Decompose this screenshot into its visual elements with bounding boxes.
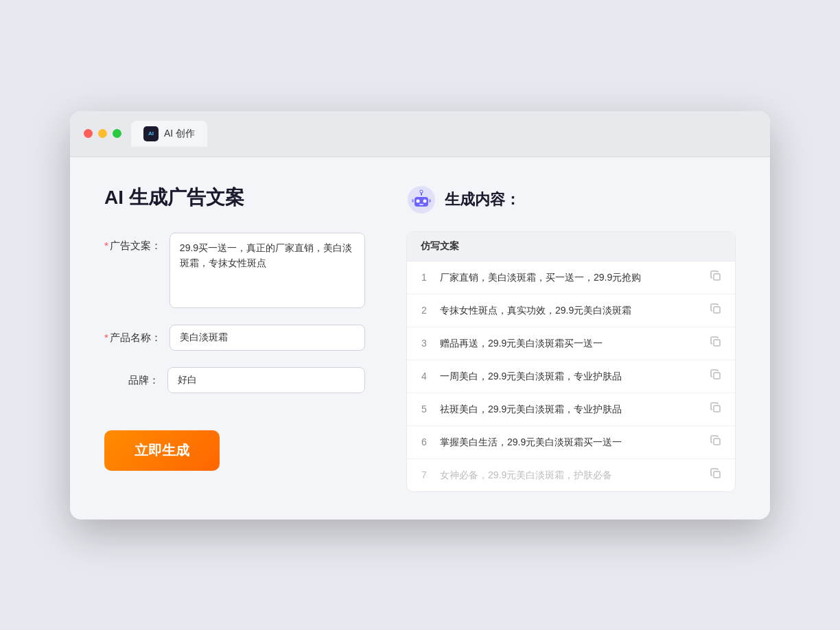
row-text: 一周美白，29.9元美白淡斑霜，专业护肤品 [440, 369, 701, 384]
copy-icon[interactable] [710, 435, 724, 449]
row-text: 掌握美白生活，29.9元美白淡斑霜买一送一 [440, 435, 701, 450]
svg-rect-7 [412, 199, 414, 202]
row-text: 赠品再送，29.9元美白淡斑霜买一送一 [440, 336, 701, 351]
svg-rect-4 [419, 204, 423, 205]
svg-point-2 [417, 199, 420, 202]
result-table: 仿写文案 1厂家直销，美白淡斑霜，买一送一，29.9元抢购 2专抹女性斑点，真实… [406, 231, 736, 492]
copy-icon[interactable] [710, 402, 724, 416]
table-row: 6掌握美白生活，29.9元美白淡斑霜买一送一 [407, 426, 735, 459]
left-panel: AI 生成广告文案 *广告文案： *产品名称： 品牌： 立 [104, 185, 365, 492]
generate-button[interactable]: 立即生成 [104, 430, 220, 471]
right-panel: 生成内容： 仿写文案 1厂家直销，美白淡斑霜，买一送一，29.9元抢购 2专抹女… [406, 185, 736, 492]
brand-input[interactable] [167, 367, 365, 393]
copy-icon[interactable] [710, 336, 724, 350]
traffic-lights [84, 129, 121, 138]
ad-copy-label: *广告文案： [104, 233, 161, 253]
row-number: 1 [418, 272, 430, 283]
table-row: 3赠品再送，29.9元美白淡斑霜买一送一 [407, 327, 735, 360]
row-number: 6 [418, 436, 430, 447]
ad-copy-group: *广告文案： [104, 233, 365, 308]
svg-rect-12 [714, 340, 720, 346]
ai-tab-label: AI 创作 [164, 128, 195, 140]
ai-tab-icon [143, 126, 159, 141]
product-name-group: *产品名称： [104, 325, 365, 351]
ad-required-star: * [104, 240, 108, 251]
row-text: 祛斑美白，29.9元美白淡斑霜，专业护肤品 [440, 402, 701, 417]
row-number: 7 [418, 469, 430, 480]
row-number: 5 [418, 404, 430, 415]
svg-point-3 [423, 199, 427, 202]
table-row: 2专抹女性斑点，真实功效，29.9元美白淡斑霜 [407, 294, 735, 327]
table-row: 4一周美白，29.9元美白淡斑霜，专业护肤品 [407, 360, 735, 393]
table-row: 1厂家直销，美白淡斑霜，买一送一，29.9元抢购 [407, 261, 735, 294]
row-number: 2 [418, 305, 430, 316]
product-name-label: *产品名称： [104, 325, 161, 345]
svg-rect-15 [714, 439, 720, 445]
product-required-star: * [104, 331, 108, 343]
row-text: 厂家直销，美白淡斑霜，买一送一，29.9元抢购 [440, 270, 701, 285]
table-row: 7女神必备，29.9元美白淡斑霜，护肤必备 [407, 459, 735, 491]
product-name-input[interactable] [170, 325, 365, 351]
page-title: AI 生成广告文案 [104, 185, 365, 211]
ad-copy-input[interactable] [170, 233, 365, 308]
brand-label: 品牌： [104, 367, 159, 387]
svg-rect-13 [714, 373, 720, 379]
copy-icon[interactable] [710, 468, 724, 482]
content-area: AI 生成广告文案 *广告文案： *产品名称： 品牌： 立 [70, 157, 770, 520]
row-number: 4 [418, 371, 430, 382]
row-number: 3 [418, 338, 430, 349]
svg-rect-11 [714, 307, 720, 313]
minimize-button[interactable] [98, 129, 107, 138]
brand-group: 品牌： [104, 367, 365, 393]
copy-icon[interactable] [710, 303, 724, 317]
robot-icon [406, 185, 436, 215]
result-header: 生成内容： [406, 185, 736, 215]
svg-rect-8 [429, 199, 431, 202]
ai-tab[interactable]: AI 创作 [131, 121, 207, 147]
browser-window: AI 创作 AI 生成广告文案 *广告文案： *产品名称： [70, 111, 770, 520]
row-text: 专抹女性斑点，真实功效，29.9元美白淡斑霜 [440, 303, 701, 318]
row-text: 女神必备，29.9元美白淡斑霜，护肤必备 [440, 468, 701, 482]
svg-point-9 [421, 190, 423, 192]
maximize-button[interactable] [113, 129, 121, 138]
title-bar: AI 创作 [70, 111, 770, 157]
table-header: 仿写文案 [407, 232, 735, 261]
table-row: 5祛斑美白，29.9元美白淡斑霜，专业护肤品 [407, 393, 735, 426]
svg-rect-10 [714, 274, 720, 280]
svg-rect-16 [714, 471, 720, 478]
svg-rect-14 [714, 406, 720, 412]
copy-icon[interactable] [710, 369, 724, 383]
result-title: 生成内容： [445, 189, 520, 210]
close-button[interactable] [84, 129, 93, 138]
copy-icon[interactable] [710, 270, 724, 284]
